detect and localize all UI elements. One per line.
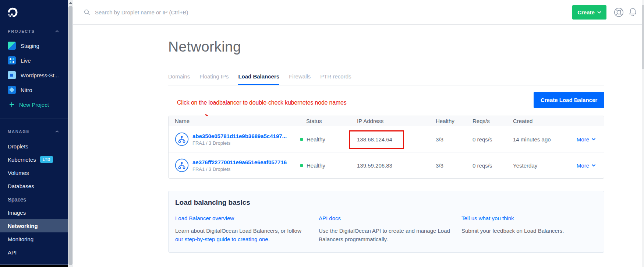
status-label: Healthy: [307, 162, 325, 169]
sidebar-item-label: Monitoring: [8, 236, 33, 242]
sidebar-item-label: Spaces: [8, 196, 26, 203]
sidebar-item-spaces[interactable]: Spaces: [0, 193, 68, 206]
basics-title: Load balancing basics: [175, 199, 597, 207]
column-header-healthy: Healthy: [436, 118, 473, 124]
sidebar-item-staging[interactable]: Staging: [0, 38, 68, 53]
project-wordpress-icon: [8, 71, 16, 79]
sidebar-item-label: Volumes: [8, 170, 29, 176]
load-balancer-table: Name Status IP Address Healthy Reqs/s Cr…: [168, 116, 604, 179]
basics-column-api: API docs Use the DigitalOcean API to cre…: [319, 215, 461, 243]
plus-icon: [9, 102, 14, 107]
api-docs-link[interactable]: API docs: [319, 215, 341, 221]
sidebar-item-live[interactable]: Live: [0, 53, 68, 68]
ip-address-cell: 138.68.124.64: [357, 136, 436, 143]
table-row[interactable]: ae376ff22770011e9a651e6eaf057716 FRA1 / …: [169, 152, 604, 178]
project-live-icon: [8, 56, 16, 64]
create-button-label: Create: [577, 9, 595, 15]
more-label: More: [577, 136, 589, 143]
sidebar-item-volumes[interactable]: Volumes: [0, 166, 68, 179]
sidebar-item-networking[interactable]: Networking: [0, 219, 68, 232]
topbar-actions: Create: [572, 5, 638, 20]
sidebar-item-databases[interactable]: Databases: [0, 179, 68, 193]
column-header-name: Name: [175, 118, 306, 124]
sidebar-item-nitro[interactable]: Nitro: [0, 82, 68, 97]
manage-header-label: MANAGE: [8, 129, 30, 134]
notifications-button[interactable]: [628, 7, 638, 18]
new-project-button[interactable]: New Project: [0, 97, 68, 112]
ip-address-cell: 139.59.206.83: [357, 162, 436, 169]
sidebar-item-images[interactable]: Images: [0, 206, 68, 219]
scrollbar-thumb[interactable]: [68, 6, 72, 265]
column-header-status: Status: [306, 118, 357, 124]
column-header-created: Created: [513, 118, 576, 124]
tab-domains[interactable]: Domains: [168, 73, 190, 85]
feedback-link[interactable]: Tell us what you think: [461, 215, 514, 221]
tab-floating-ips[interactable]: Floating IPs: [199, 73, 229, 85]
sidebar: PROJECTS Staging Live Wordpress-St... Ni…: [0, 0, 68, 267]
projects-section-header: PROJECTS: [0, 29, 68, 34]
page-title: Networking: [168, 39, 604, 55]
sidebar-item-monitoring[interactable]: Monitoring: [0, 232, 68, 246]
scrollbar-up-arrow-icon[interactable]: [69, 2, 72, 4]
chevron-up-icon[interactable]: [55, 130, 59, 133]
sidebar-item-kubernetes[interactable]: Kubernetes LTD: [0, 153, 68, 166]
sidebar-item-label: Live: [21, 57, 31, 64]
page-scrollbar[interactable]: [642, 0, 644, 267]
search-input[interactable]: [94, 9, 254, 16]
project-staging-icon: [8, 42, 16, 50]
sidebar-item-label: Nitro: [21, 87, 32, 93]
project-nitro-icon: [8, 86, 16, 94]
projects-header-label: PROJECTS: [8, 29, 35, 34]
sidebar-scrollbar[interactable]: [68, 0, 73, 267]
create-button[interactable]: Create: [572, 5, 606, 20]
search-icon: [84, 9, 90, 15]
more-menu-button[interactable]: More: [576, 162, 604, 169]
tab-load-balancers[interactable]: Load Balancers: [238, 73, 279, 85]
load-balancer-name-link[interactable]: ae376ff22770011e9a651e6eaf057716: [192, 159, 287, 165]
manage-section-header: MANAGE: [0, 129, 68, 134]
chevron-up-icon[interactable]: [55, 30, 59, 32]
more-menu-button[interactable]: More: [576, 136, 604, 143]
tab-firewalls[interactable]: Firewalls: [289, 73, 311, 85]
name-cell: abe350e05781d11e9b3689a5c4197... FRA1 / …: [175, 132, 306, 146]
page-scrollbar-thumb[interactable]: [642, 5, 644, 69]
load-balancer-icon: [175, 132, 189, 146]
basics-grid: Load Balancer overview Learn about Digit…: [175, 215, 597, 243]
sidebar-item-wordpress[interactable]: Wordpress-St...: [0, 68, 68, 82]
healthy-status-dot-icon: [300, 164, 303, 167]
create-load-balancer-button[interactable]: Create Load Balancer: [534, 92, 604, 108]
digitalocean-logo-icon[interactable]: [7, 7, 19, 19]
load-balancer-icon: [175, 158, 189, 172]
name-cell: ae376ff22770011e9a651e6eaf057716 FRA1 / …: [175, 158, 306, 172]
status-cell: Healthy: [300, 136, 357, 143]
topbar: Create: [73, 0, 644, 25]
table-row[interactable]: abe350e05781d11e9b3689a5c4197... FRA1 / …: [169, 126, 604, 152]
load-balancer-name-link[interactable]: abe350e05781d11e9b3689a5c4197...: [192, 133, 287, 139]
chevron-down-icon: [591, 164, 596, 167]
created-cell: 14 minutes ago: [513, 136, 576, 143]
healthy-status-dot-icon: [300, 138, 303, 141]
step-by-step-guide-link[interactable]: our step-by-step guide to creating one.: [175, 236, 270, 242]
column-header-reqs: Reqs/s: [473, 118, 513, 124]
sidebar-item-label: Wordpress-St...: [21, 72, 59, 78]
load-balancer-overview-link[interactable]: Load Balancer overview: [175, 215, 234, 221]
tab-ptr-records[interactable]: PTR records: [320, 73, 351, 85]
basics-text: Learn about DigitalOcean Load Balancers,…: [175, 226, 319, 243]
bell-icon: [628, 7, 638, 18]
main-area: Create: [73, 0, 644, 267]
created-cell: Yesterday: [513, 162, 576, 169]
reqs-cell: 0 reqs/s: [473, 162, 513, 169]
reqs-cell: 0 reqs/s: [473, 136, 513, 143]
sidebar-item-label: Kubernetes: [8, 157, 36, 163]
sidebar-item-label: API: [8, 249, 17, 256]
help-lifebuoy-button[interactable]: [613, 7, 624, 18]
sidebar-item-api[interactable]: API: [0, 246, 68, 259]
status-label: Healthy: [307, 136, 325, 143]
more-label: More: [577, 162, 589, 169]
basics-column-feedback: Tell us what you think Submit your feedb…: [461, 215, 597, 243]
basics-text-plain: Learn about DigitalOcean Load Balancers,…: [175, 228, 301, 234]
ltd-badge: LTD: [40, 156, 53, 163]
sidebar-item-droplets[interactable]: Droplets: [0, 140, 68, 153]
search-bar[interactable]: [84, 9, 572, 16]
basics-text: Submit your feedback on Load Balancers.: [461, 226, 597, 235]
